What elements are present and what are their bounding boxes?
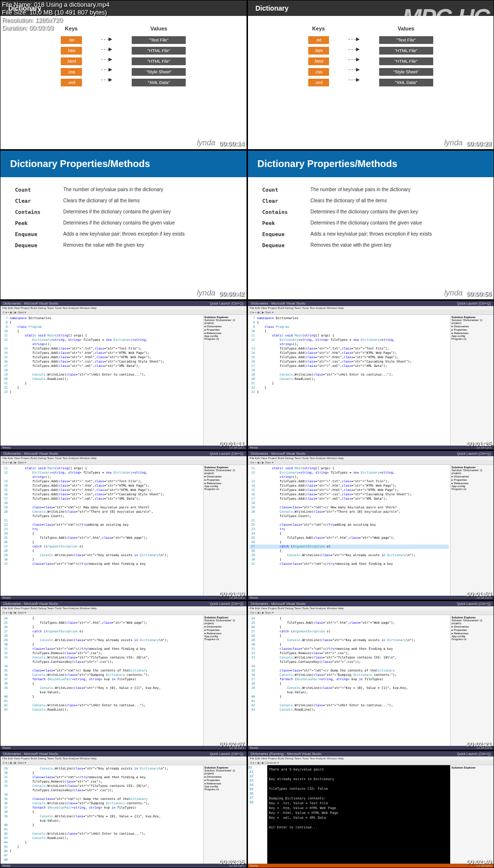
thumbnail-3[interactable]: Dictionary Properties/Methods CountThe n…	[0, 151, 247, 299]
timestamp: 00:00:14	[219, 140, 244, 147]
prop-name: Count	[15, 187, 49, 193]
timestamp: 00:00:42	[219, 290, 244, 297]
code-gutter: 30 }3132333435363738	[248, 765, 267, 864]
prop-name: Dequeue	[262, 242, 296, 249]
code-editor[interactable]: 24 {25 fileTypes.Add(class="str">".htm",…	[0, 615, 203, 746]
code-editor[interactable]: 11 static void Main(string[] args) {12 D…	[0, 465, 203, 596]
thumbnail-7[interactable]: Dictionaries - Microsoft Visual StudioQu…	[0, 451, 247, 600]
vs-statusbar: ReadyLn 18 Col 1	[0, 446, 247, 449]
prop-desc: Determines if the dictionary contains th…	[63, 220, 175, 226]
timestamp: 00:00:28	[467, 140, 492, 147]
key-box: .xml	[61, 79, 82, 86]
prop-name: Contains	[262, 209, 296, 215]
prop-desc: The number of key/value pairs in the dic…	[311, 187, 411, 193]
key-box: .html	[61, 57, 82, 65]
meta-duration: Duration: 00:03:03	[2, 24, 110, 32]
app-logo: MPC-HC	[402, 4, 489, 30]
prop-desc: Clears the dictionary of all the items	[63, 198, 139, 204]
key-box: .css	[61, 68, 82, 76]
timestamp: 00:02:35	[219, 858, 244, 866]
vs-titlebar: Dictionaries - Microsoft Visual StudioQu…	[0, 301, 247, 306]
key-box: .htm	[61, 47, 82, 55]
prop-name: Contains	[15, 209, 49, 215]
thumbnail-4[interactable]: Dictionary Properties/Methods CountThe n…	[248, 151, 494, 299]
thumbnail-11[interactable]: Dictionaries - Microsoft Visual StudioQu…	[0, 751, 247, 868]
meta-filesize: File Size: 10,0 MB (10 491 807 bytes)	[2, 9, 110, 16]
code-editor[interactable]: 11 static void Main(string[] args) {12 D…	[248, 465, 451, 596]
thumbnail-5[interactable]: Dictionaries - Microsoft Visual StudioQu…	[0, 301, 247, 449]
code-editor[interactable]: 7namespace Dictionaries8{9 class Program…	[0, 315, 203, 446]
code-editor[interactable]: 7namespace Dictionaries8{9 class Program…	[248, 315, 451, 446]
timestamp: 00:02:49	[467, 858, 492, 866]
thumbnail-9[interactable]: Dictionaries - Microsoft Visual StudioQu…	[0, 601, 247, 750]
prop-name: Peek	[262, 220, 296, 226]
prop-name: Peek	[15, 220, 49, 226]
thumbnail-10[interactable]: Dictionaries - Microsoft Visual StudioQu…	[248, 601, 494, 750]
file-metadata: File Name: 018 Using a dictionary.mp4 Fi…	[2, 1, 110, 32]
prop-desc: The number of key/value pairs in the dic…	[63, 187, 163, 193]
prop-desc: Determines if the dictionary contains th…	[311, 220, 422, 226]
thumbnail-grid: Dictionary Keys .txt .htm .html .css .xm…	[0, 0, 494, 868]
val-box: "Style Sheet"	[132, 68, 186, 76]
prop-desc: Removes the value with the given key	[311, 242, 392, 249]
timestamp: 00:01:25	[467, 440, 492, 448]
prop-desc: Determines if the dictionary contains th…	[311, 209, 418, 215]
prop-desc: Determines if the dictionary contains th…	[63, 209, 171, 215]
code-editor[interactable]: 24 {25 fileTypes.Add(class="str">".htm",…	[248, 615, 451, 746]
timestamp: 00:00:56	[467, 290, 492, 297]
prop-name: Dequeue	[15, 242, 49, 249]
timestamp: 00:01:11	[219, 440, 244, 448]
timestamp: 00:02:21	[467, 741, 492, 748]
prop-name: Count	[262, 187, 296, 193]
key-box: .txt	[61, 36, 82, 44]
timestamp: 00:02:07	[219, 741, 244, 748]
timestamp: 00:01:53	[467, 590, 492, 598]
meta-resolution: Resolution: 1280x720	[2, 16, 110, 24]
thumbnail-8[interactable]: Dictionaries - Microsoft Visual StudioQu…	[248, 451, 494, 600]
prop-desc: Removes the value with the given key	[63, 242, 144, 249]
props-list: CountThe number of key/value pairs in th…	[0, 177, 247, 263]
prop-name: Enqueue	[262, 231, 296, 238]
slide-title: Dictionary Properties/Methods	[0, 151, 247, 177]
console-output[interactable]: There are 5 key/value pairs Key already …	[267, 765, 451, 864]
val-box: "Text File"	[132, 36, 186, 44]
vs-menubar[interactable]: File Edit View Project Build Debug Team …	[0, 306, 247, 310]
prop-name: Enqueue	[15, 231, 49, 238]
val-box: "HTML File"	[132, 47, 186, 55]
meta-filename: File Name: 018 Using a dictionary.mp4	[2, 1, 110, 9]
val-box: "XML Data"	[132, 79, 186, 86]
timestamp: 00:01:39	[219, 590, 244, 598]
prop-desc: Adds a new key/value pair; throws except…	[311, 231, 432, 238]
val-box: "HTML File"	[132, 57, 186, 65]
code-editor[interactable]: 29 Console.WriteLine(class="str">"Key al…	[0, 765, 203, 864]
prop-desc: Clears the dictionary of all the items	[311, 198, 387, 204]
prop-name: Clear	[15, 198, 49, 204]
solution-explorer[interactable]: Solution ExplorerSolution 'Dictionaries'…	[203, 315, 247, 446]
prop-desc: Adds a new key/value pair; throws except…	[63, 231, 185, 238]
vs-toolbar[interactable]: ⊙ ▸ ▪ ◉ | ▶ Start ▾	[0, 310, 247, 315]
thumbnail-12[interactable]: Dictionaries (Running) - Microsoft Visua…	[248, 751, 494, 868]
thumbnail-6[interactable]: Dictionaries - Microsoft Visual StudioQu…	[248, 301, 494, 449]
prop-name: Clear	[262, 198, 296, 204]
